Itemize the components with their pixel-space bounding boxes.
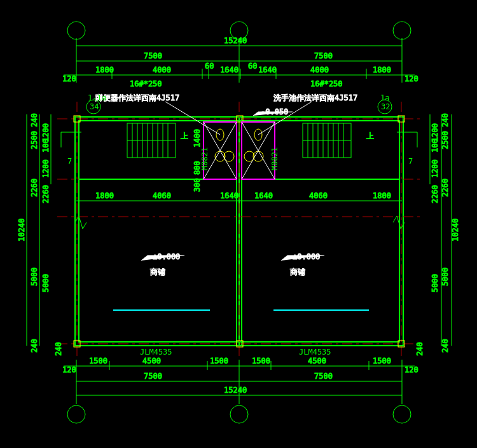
svg-text:4500: 4500 (308, 356, 326, 365)
dim-total-w: 15240 (224, 36, 247, 45)
svg-text:1800: 1800 (373, 191, 391, 200)
svg-text:800: 800 (193, 161, 202, 175)
svg-text:1640: 1640 (258, 65, 277, 74)
svg-text:洗手池作法详西南4J517: 洗手池作法详西南4J517 (273, 93, 357, 102)
svg-text:1400: 1400 (193, 129, 202, 147)
svg-text:32: 32 (381, 102, 390, 111)
svg-text:1640: 1640 (220, 65, 238, 74)
svg-text:1800: 1800 (95, 65, 114, 74)
svg-text:240: 240 (441, 339, 450, 353)
svg-text:120: 120 (404, 365, 418, 374)
svg-text:JLM4535: JLM4535 (140, 348, 172, 356)
svg-point-28 (393, 22, 411, 39)
svg-text:上: 上 (181, 132, 188, 140)
svg-text:240: 240 (54, 342, 63, 356)
svg-text:1500: 1500 (210, 356, 228, 365)
right-dim-chain: 10240 240 2500 2260 5000 240 1200 100 12… (430, 113, 460, 353)
svg-text:10240: 10240 (17, 219, 26, 241)
svg-text:240: 240 (30, 339, 39, 353)
svg-point-26 (67, 22, 85, 39)
svg-text:16#*250: 16#*250 (310, 79, 343, 88)
svg-text:M0821: M0821 (200, 147, 209, 170)
stair-right: 上 (303, 123, 374, 158)
svg-text:蹲便器作法详西南4J517: 蹲便器作法详西南4J517 (95, 93, 179, 102)
svg-text:240: 240 (441, 113, 450, 127)
svg-text:120: 120 (404, 74, 418, 83)
svg-line-125 (258, 102, 312, 135)
svg-text:10240: 10240 (451, 219, 460, 241)
svg-text:M0821: M0821 (270, 147, 279, 170)
svg-text:2260: 2260 (431, 185, 439, 203)
svg-text:1800: 1800 (95, 191, 114, 200)
floor-plan: 15240 7500 7500 120 1800 4000 60 1640 60… (0, 0, 477, 448)
svg-text:7500: 7500 (314, 372, 333, 381)
svg-text:7: 7 (408, 157, 413, 166)
svg-text:4000: 4000 (310, 65, 329, 74)
svg-text:1200: 1200 (41, 160, 50, 178)
bottom-openings: JLM4535 JLM4535 (140, 348, 331, 356)
svg-text:1500: 1500 (89, 356, 107, 365)
svg-text:7: 7 (67, 157, 72, 166)
svg-text:240: 240 (30, 113, 39, 127)
top-dim-chain: 15240 7500 7500 120 1800 4000 60 1640 60… (62, 36, 418, 88)
svg-text:5000: 5000 (441, 268, 450, 286)
svg-text:1500: 1500 (373, 356, 391, 365)
svg-text:300: 300 (193, 178, 202, 192)
shop-left: ±0.000 商铺 (113, 252, 210, 310)
svg-text:1640: 1640 (220, 191, 238, 200)
svg-text:1640: 1640 (254, 191, 273, 200)
svg-point-168 (230, 405, 248, 423)
svg-text:4500: 4500 (142, 356, 161, 365)
stair-left: 上 (127, 123, 188, 158)
grid-bubbles-bottom (67, 405, 411, 423)
svg-text:1a: 1a (380, 93, 389, 102)
svg-text:2260: 2260 (30, 179, 39, 197)
svg-text:JLM4535: JLM4535 (299, 348, 331, 356)
svg-text:7500: 7500 (144, 372, 162, 381)
svg-text:1200: 1200 (431, 160, 439, 178)
svg-text:240: 240 (415, 342, 424, 356)
svg-text:4060: 4060 (309, 191, 328, 200)
svg-text:120: 120 (62, 365, 76, 374)
svg-text:上: 上 (366, 132, 374, 140)
svg-text:4060: 4060 (153, 191, 171, 200)
svg-text:5000: 5000 (431, 274, 439, 292)
svg-text:1-1a: 1-1a (88, 93, 106, 102)
svg-text:1800: 1800 (373, 65, 391, 74)
svg-text:7500: 7500 (144, 51, 162, 60)
svg-text:4000: 4000 (153, 65, 171, 74)
svg-text:34: 34 (90, 102, 99, 111)
svg-point-167 (67, 405, 85, 423)
svg-text:2260: 2260 (41, 185, 50, 203)
svg-text:100: 100 (41, 139, 50, 153)
svg-point-169 (393, 405, 411, 423)
svg-text:商铺: 商铺 (290, 268, 305, 276)
svg-text:15240: 15240 (224, 386, 247, 395)
shop-right: ±0.000 商铺 (273, 252, 369, 310)
small-bubbles: 34 1-1a 32 1a 7 7 (67, 93, 413, 166)
svg-text:2260: 2260 (441, 179, 450, 197)
svg-text:5000: 5000 (41, 274, 50, 292)
svg-text:100: 100 (431, 139, 439, 153)
svg-text:2500: 2500 (441, 131, 450, 149)
svg-text:60: 60 (205, 62, 214, 71)
left-dim-chain: 10240 240 2500 2260 5000 240 1200 100 12… (17, 113, 51, 353)
svg-text:120: 120 (62, 74, 76, 83)
svg-text:16#*250: 16#*250 (130, 79, 162, 88)
svg-text:7500: 7500 (314, 51, 333, 60)
svg-text:2500: 2500 (30, 131, 39, 149)
svg-text:60: 60 (248, 62, 257, 71)
svg-text:商铺: 商铺 (150, 268, 165, 276)
svg-text:1500: 1500 (252, 356, 270, 365)
svg-text:5000: 5000 (30, 268, 39, 286)
